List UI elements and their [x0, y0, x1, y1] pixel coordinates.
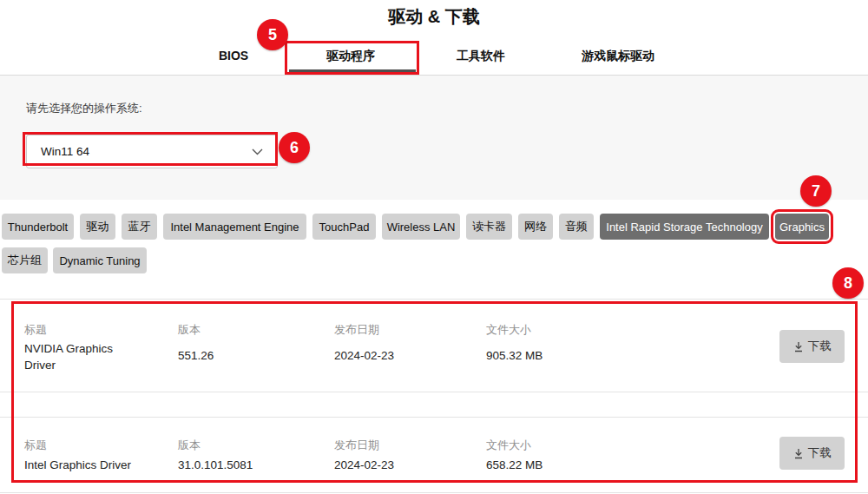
driver-title: Intel Graphics Driver — [24, 458, 131, 471]
category-filter-row-2: 芯片组 Dynamic Tuning — [2, 247, 829, 273]
download-button[interactable]: 下载 — [779, 330, 845, 363]
driver-size: 905.32 MB — [486, 349, 542, 362]
driver-size: 658.22 MB — [486, 458, 542, 471]
chip-chipset[interactable]: 芯片组 — [2, 247, 48, 273]
column-header-version: 版本 — [178, 438, 201, 453]
driver-title: NVIDIA Graphics Driver — [24, 341, 133, 374]
tab-utility-software[interactable]: 工具软件 — [457, 49, 505, 64]
tab-bios[interactable]: BIOS — [219, 49, 248, 63]
chip-intel-rapid-storage-technology[interactable]: Intel Rapid Storage Technology — [600, 214, 769, 240]
download-button[interactable]: 下载 — [779, 437, 845, 470]
chip-network[interactable]: 网络 — [518, 214, 553, 240]
category-filter-row-1: Thunderbolt 驱动 蓝牙 Intel Management Engin… — [2, 214, 829, 240]
annotation-step-6: 6 — [279, 132, 310, 163]
download-button-label: 下载 — [808, 445, 832, 461]
column-header-version: 版本 — [178, 322, 201, 338]
driver-row: 标题 版本 发布日期 文件大小 NVIDIA Graphics Driver 5… — [0, 299, 868, 392]
driver-version: 31.0.101.5081 — [178, 458, 253, 471]
chip-touchpad[interactable]: TouchPad — [312, 214, 376, 240]
chip-audio[interactable]: 音频 — [559, 214, 594, 240]
download-button-label: 下载 — [808, 339, 832, 354]
column-header-date: 发布日期 — [334, 322, 379, 338]
chip-wireless-lan[interactable]: Wireless LAN — [382, 214, 460, 240]
driver-row: 标题 版本 发布日期 文件大小 Intel Graphics Driver 31… — [0, 417, 868, 482]
column-header-title: 标题 — [24, 438, 47, 453]
page-title: 驱动 & 下载 — [0, 5, 868, 29]
annotation-step-8: 8 — [832, 267, 864, 299]
column-header-size: 文件大小 — [486, 438, 531, 453]
column-header-title: 标题 — [24, 322, 47, 338]
os-select-value: Win11 64 — [41, 145, 252, 158]
tab-gaming-mouse-driver[interactable]: 游戏鼠标驱动 — [582, 49, 654, 64]
download-icon — [793, 341, 804, 352]
driver-date: 2024-02-23 — [334, 349, 394, 362]
driver-date: 2024-02-23 — [334, 458, 394, 471]
category-filters: Thunderbolt 驱动 蓝牙 Intel Management Engin… — [2, 214, 829, 273]
annotation-step-5: 5 — [257, 19, 288, 50]
chevron-down-icon — [252, 148, 263, 155]
chip-intel-management-engine[interactable]: Intel Management Engine — [163, 214, 306, 240]
chip-dynamic-tuning[interactable]: Dynamic Tuning — [53, 247, 147, 273]
tab-driver-program[interactable]: 驱动程序 — [326, 49, 375, 64]
column-header-size: 文件大小 — [486, 322, 531, 338]
column-header-date: 发布日期 — [334, 438, 379, 453]
driver-version: 551.26 — [178, 349, 214, 362]
active-tab-underline — [289, 69, 416, 72]
chip-card-reader[interactable]: 读卡器 — [466, 214, 512, 240]
annotation-step-7: 7 — [800, 175, 832, 207]
chip-graphics[interactable]: Graphics — [775, 214, 829, 240]
chip-driver[interactable]: 驱动 — [80, 214, 115, 240]
chip-bluetooth[interactable]: 蓝牙 — [122, 214, 157, 240]
os-select[interactable]: Win11 64 — [26, 135, 278, 168]
os-selector-label: 请先选择您的操作系统: — [26, 101, 142, 116]
chip-thunderbolt[interactable]: Thunderbolt — [2, 214, 74, 240]
divider — [0, 492, 868, 493]
os-selector-section: 请先选择您的操作系统: Win11 64 — [0, 75, 868, 200]
download-icon — [793, 448, 804, 459]
divider — [0, 392, 868, 392]
